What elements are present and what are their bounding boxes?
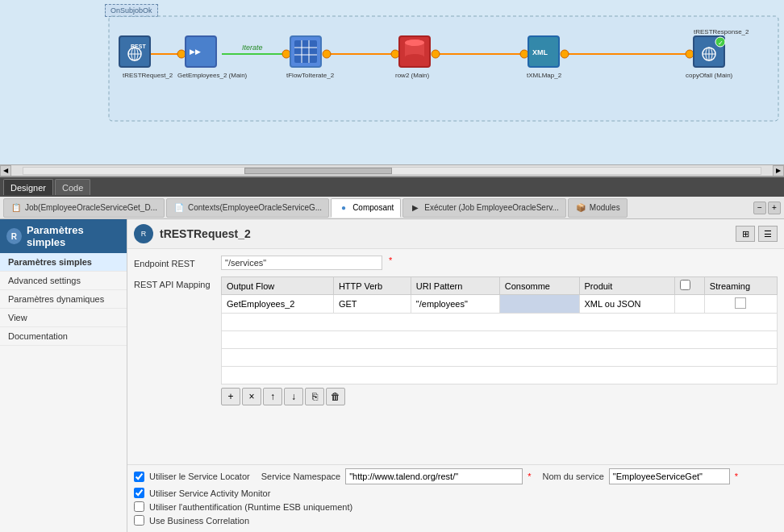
svg-rect-25: [290, 36, 321, 67]
business-correlation-check[interactable]: [134, 515, 144, 526]
service-name-input[interactable]: [609, 468, 730, 484]
scroll-right-btn[interactable]: ▶: [773, 165, 784, 177]
sidebar-item-params-simples[interactable]: Paramètres simples: [0, 253, 127, 272]
copy-btn[interactable]: ⎘: [305, 388, 324, 405]
streaming-checkbox[interactable]: [735, 297, 746, 309]
svg-point-14: [686, 50, 694, 58]
svg-text:tRESTResponse_2: tRESTResponse_2: [694, 28, 749, 35]
authentication-check[interactable]: [134, 501, 144, 512]
namespace-required: *: [528, 472, 531, 481]
tab-code[interactable]: Code: [55, 179, 90, 195]
svg-point-13: [561, 50, 569, 58]
component-title-bar: R tRESTRequest_2 ⊞ ☰: [127, 219, 784, 249]
sidebar-item-params-dyn[interactable]: Paramètres dynamiques: [0, 290, 127, 309]
tab-maximize-btn[interactable]: +: [768, 202, 781, 214]
svg-text:GetEmployees_2 (Main): GetEmployees_2 (Main): [177, 72, 248, 79]
component-logo: R: [134, 224, 153, 243]
endpoint-required: *: [389, 256, 392, 265]
config-area: Endpoint REST * REST API Mapping Output …: [127, 249, 784, 464]
service-name-required: *: [735, 472, 738, 481]
canvas-scrollbar[interactable]: ◀ ▶: [0, 164, 784, 176]
sidebar-item-doc[interactable]: Documentation: [0, 327, 127, 346]
mapping-row: REST API Mapping Output Flow HTTP Verb U…: [134, 276, 778, 412]
delete-btn[interactable]: 🗑: [326, 388, 345, 405]
sidebar-title: Paramètres simples: [27, 224, 120, 248]
sidebar: R Paramètres simples Paramètres simples …: [0, 219, 127, 532]
job-tab-icon: 📋: [10, 202, 22, 214]
cell-uri-pattern: "/employees": [411, 295, 499, 314]
comp-tab-composant[interactable]: ● Composant: [331, 198, 401, 218]
svg-rect-22: [186, 36, 216, 67]
empty-row-4: [222, 367, 778, 384]
scrollbar-track[interactable]: [23, 167, 761, 175]
service-locator-label: Utiliser le Service Locator: [149, 472, 250, 481]
tab-designer[interactable]: Designer: [3, 179, 53, 195]
col-check: [674, 277, 704, 295]
sidebar-item-advanced[interactable]: Advanced settings: [0, 272, 127, 290]
service-locator-row: Utiliser le Service Locator Service Name…: [134, 468, 778, 484]
list-view-btn[interactable]: ☰: [758, 226, 778, 242]
svg-point-46: [715, 37, 725, 47]
comp-tab-executer[interactable]: ▶ Exécuter (Job EmployeeOracleServ...: [402, 198, 566, 218]
svg-point-17: [128, 48, 141, 60]
scroll-left-btn[interactable]: ◀: [0, 165, 11, 177]
activity-monitor-label: Utiliser Service Activity Monitor: [149, 488, 270, 498]
tab-controls: − +: [753, 202, 781, 214]
activity-monitor-check[interactable]: [134, 488, 144, 498]
svg-text:XML: XML: [532, 48, 548, 56]
col-consomme: Consomme: [499, 277, 579, 295]
svg-text:row2 (Main): row2 (Main): [395, 72, 430, 79]
move-down-btn[interactable]: ↓: [284, 388, 303, 405]
endpoint-input[interactable]: [221, 256, 382, 270]
right-panel: R tRESTRequest_2 ⊞ ☰ Endpoint REST * RES…: [127, 219, 784, 532]
contexts-tab-icon: 📄: [173, 202, 185, 214]
grid-view-btn[interactable]: ⊞: [736, 226, 755, 242]
view-buttons: ⊞ ☰: [736, 226, 778, 242]
empty-row-1: [222, 314, 778, 331]
remove-row-btn[interactable]: ×: [242, 388, 261, 405]
svg-text:▶▶: ▶▶: [190, 48, 201, 56]
streaming-header-check[interactable]: [680, 280, 690, 290]
comp-tab-job[interactable]: 📋 Job(EmployeeOracleServiceGet_D...: [3, 198, 165, 218]
endpoint-label: Endpoint REST: [134, 256, 215, 268]
service-namespace-input[interactable]: [345, 468, 523, 484]
component-title-left: R tRESTRequest_2: [134, 224, 251, 243]
svg-point-10: [391, 50, 399, 58]
service-locator-check[interactable]: [134, 472, 144, 482]
sidebar-item-view[interactable]: View: [0, 309, 127, 327]
cell-http-verb: GET: [333, 295, 411, 314]
canvas-area: OnSubjobOk Iterate REST: [0, 0, 784, 177]
component-icon: R: [6, 228, 22, 244]
service-namespace-label: Service Namespace: [261, 472, 340, 481]
empty-row-3: [222, 349, 778, 367]
svg-point-36: [405, 39, 424, 46]
comp-tab-modules[interactable]: 📦 Modules: [568, 198, 628, 218]
table-row: GetEmployees_2 GET "/employees" XML ou J…: [222, 295, 778, 314]
comp-tab-contexts[interactable]: 📄 Contexts(EmployeeOracleServiceG...: [166, 198, 329, 218]
svg-text:Iterate: Iterate: [242, 44, 263, 52]
svg-rect-34: [405, 43, 424, 57]
svg-rect-26: [294, 40, 317, 63]
activity-monitor-row: Utiliser Service Activity Monitor: [134, 488, 778, 498]
scrollbar-thumb[interactable]: [244, 168, 392, 174]
col-output-flow: Output Flow: [222, 277, 334, 295]
add-row-btn[interactable]: +: [221, 388, 240, 405]
svg-point-33: [405, 39, 424, 46]
tab-minimize-btn[interactable]: −: [753, 202, 766, 214]
svg-rect-15: [119, 36, 150, 67]
col-produit: Produit: [579, 277, 674, 295]
component-title: tRESTRequest_2: [160, 227, 251, 240]
col-streaming: Streaming: [704, 277, 777, 295]
cell-produit: XML ou JSON: [579, 295, 674, 314]
endpoint-rest-row: Endpoint REST *: [134, 256, 778, 270]
svg-point-20: [131, 48, 138, 60]
composant-tab-icon: ●: [338, 202, 349, 214]
empty-row-2: [222, 331, 778, 349]
main-content: R Paramètres simples Paramètres simples …: [0, 219, 784, 532]
table-toolbar: + × ↑ ↓ ⎘ 🗑: [221, 388, 778, 405]
move-up-btn[interactable]: ↑: [263, 388, 282, 405]
mapping-table: Output Flow HTTP Verb URI Pattern Consom…: [221, 276, 778, 384]
modules-tab-icon: 📦: [575, 202, 586, 214]
svg-rect-0: [109, 16, 778, 121]
business-correlation-label: Use Business Correlation: [149, 516, 249, 526]
